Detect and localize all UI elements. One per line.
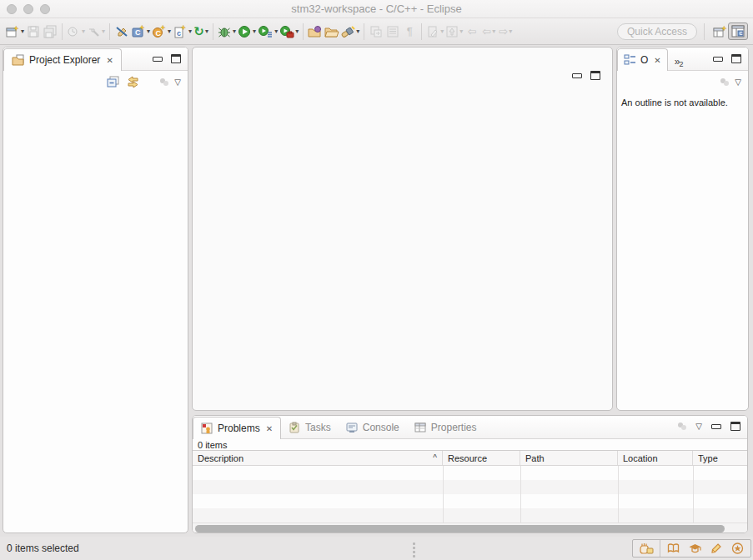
tutorials-button[interactable] (688, 542, 702, 555)
tab-properties[interactable]: Properties (407, 416, 484, 438)
hammer-icon (87, 25, 101, 38)
samples-button[interactable] (730, 542, 745, 555)
toolbar-separator (109, 23, 110, 40)
up-arrow-box-icon (445, 25, 459, 38)
outline-panel: O ✕ »2 ▽ An outline is not available. (616, 47, 749, 411)
open-resource-button[interactable] (324, 22, 340, 42)
profile-icon (279, 25, 294, 38)
open-folder-icon (324, 25, 339, 38)
refresh-c-index-button[interactable]: ↻ ▾ (193, 22, 209, 42)
view-menu-button[interactable]: ▽ (695, 422, 702, 431)
back-arrow-icon: ⇦ (482, 25, 491, 38)
link-with-editor-button[interactable] (126, 76, 140, 88)
tab-label: Tasks (305, 422, 331, 433)
run-history-button[interactable]: ▾ (257, 22, 279, 42)
window-title: stm32-workspace - C/C++ - Eclipse (0, 2, 753, 15)
collapse-all-button[interactable] (107, 76, 120, 88)
svg-text:✦: ✦ (139, 25, 145, 32)
whats-new-button[interactable] (710, 542, 723, 555)
show-whitespace-button: ¶ (401, 22, 418, 42)
toolbar-separator (213, 23, 213, 40)
quick-access-input[interactable] (617, 23, 697, 40)
debug-button[interactable]: ▾ (217, 22, 237, 42)
table-row (193, 508, 747, 522)
minimize-window-button[interactable] (23, 4, 33, 14)
maximize-icon[interactable] (731, 54, 741, 63)
build-all-icon (67, 25, 81, 38)
horizontal-scrollbar[interactable] (193, 522, 747, 533)
close-icon[interactable]: ✕ (266, 424, 273, 433)
save-all-button (42, 22, 58, 42)
new-c-project-button[interactable]: C ✦ ▾ (130, 22, 151, 42)
svg-text:✦: ✦ (181, 25, 187, 32)
tab-project-explorer[interactable]: Project Explorer ✕ (3, 48, 122, 71)
column-header-description[interactable]: Description ^ (193, 451, 443, 465)
open-perspective-icon: ✦ (712, 25, 727, 38)
pilcrow-icon: ¶ (407, 25, 413, 38)
svg-text:✦: ✦ (13, 25, 19, 32)
tab-console[interactable]: Console (339, 416, 407, 438)
new-wizard-button[interactable]: ✦ ▾ (5, 22, 25, 42)
trim-drag-handle[interactable] (413, 542, 415, 558)
zoom-window-button[interactable] (40, 4, 50, 14)
column-header-resource[interactable]: Resource (443, 451, 520, 465)
minimize-icon[interactable] (153, 57, 163, 62)
view-menu-button[interactable]: ▽ (174, 78, 181, 87)
tab-label: Properties (431, 422, 477, 433)
profile-button[interactable]: ▾ (279, 22, 299, 42)
more-views-button[interactable]: »2 (675, 56, 685, 68)
open-element-button[interactable] (307, 22, 324, 42)
maximize-icon[interactable] (730, 422, 740, 431)
minimize-icon[interactable] (713, 57, 723, 62)
open-perspective-button[interactable]: ✦ (711, 22, 728, 42)
project-explorer-tree[interactable] (3, 92, 188, 509)
table-row (193, 480, 747, 494)
minimize-icon[interactable] (572, 73, 582, 78)
problems-icon (201, 422, 213, 434)
column-header-type[interactable]: Type (693, 451, 747, 465)
editor-area[interactable] (192, 47, 613, 411)
scrollbar-thumb[interactable] (195, 525, 725, 532)
search-button[interactable]: ▾ (340, 22, 360, 42)
column-header-path[interactable]: Path (520, 451, 618, 465)
problems-table-body (193, 466, 747, 522)
welcome-hand-icon (639, 542, 654, 555)
welcome-hand-button[interactable] (639, 542, 654, 555)
run-list-icon (258, 25, 274, 38)
maximize-icon[interactable] (171, 54, 181, 63)
back-to-button: ⇦ (464, 22, 480, 42)
c-cpp-perspective-button[interactable]: C (728, 22, 748, 40)
graduation-cap-icon (688, 542, 702, 555)
new-c-file-button[interactable]: c ✦ ▾ (172, 22, 193, 42)
save-all-icon (43, 25, 58, 38)
tab-outline[interactable]: O ✕ (617, 48, 668, 71)
problems-panel: Problems ✕ Tasks Console (192, 415, 748, 533)
tab-label: Project Explorer (29, 54, 100, 66)
maximize-icon[interactable] (590, 71, 600, 80)
tab-label: O (640, 54, 648, 66)
tab-problems[interactable]: Problems ✕ (193, 417, 281, 439)
column-header-location[interactable]: Location (618, 451, 693, 465)
close-icon[interactable]: ✕ (654, 56, 660, 65)
close-icon[interactable]: ✕ (106, 56, 113, 65)
view-menu-disabled-icon (720, 78, 729, 86)
new-cpp-class-icon: C ✦ (152, 25, 167, 38)
minimize-icon[interactable] (711, 424, 721, 429)
star-circle-icon (730, 542, 745, 555)
run-button[interactable]: ▾ (237, 22, 257, 42)
next-annotation-icon (369, 25, 383, 38)
toolbar-separator (303, 23, 304, 40)
pencil-icon (710, 542, 723, 555)
toggle-mark-occurrences-button[interactable] (113, 22, 130, 42)
problems-table-header: Description ^ Resource Path Location Typ… (193, 451, 747, 466)
window-titlebar: stm32-workspace - C/C++ - Eclipse (0, 0, 753, 18)
tab-tasks[interactable]: Tasks (281, 416, 339, 438)
welcome-trim-group (632, 539, 751, 558)
new-cpp-class-button[interactable]: C ✦ ▾ (151, 22, 172, 42)
pencil-slash-icon (115, 25, 128, 38)
view-menu-button[interactable]: ▽ (735, 78, 741, 87)
overview-book-button[interactable] (666, 542, 680, 555)
close-window-button[interactable] (7, 4, 17, 14)
workbench-area: Project Explorer ✕ ▽ (0, 45, 753, 537)
project-explorer-toolbar: ▽ (3, 71, 188, 92)
